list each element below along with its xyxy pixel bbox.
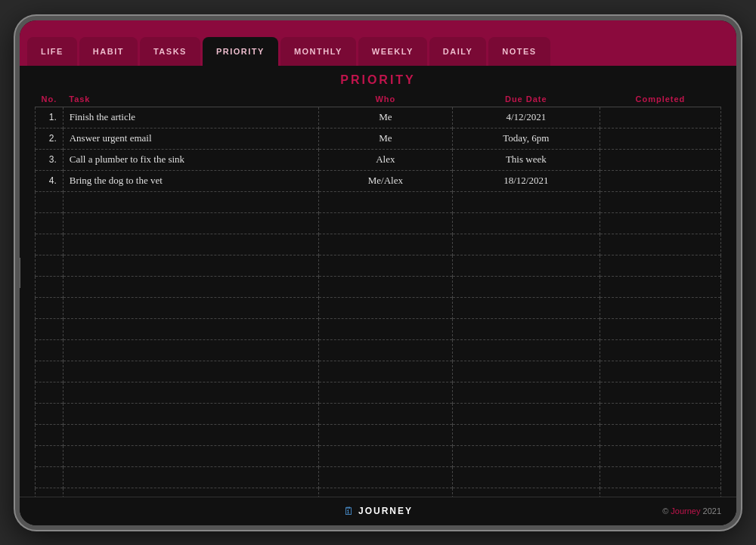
table-row	[36, 212, 721, 234]
cell-due-date: This week	[452, 149, 600, 170]
cell-no	[36, 234, 64, 255]
cell-due-date	[452, 339, 600, 361]
cell-who	[318, 276, 452, 297]
table-row: 2.Answer urgent emailMeToday, 6pm	[36, 128, 721, 149]
cell-who: Me	[318, 107, 452, 128]
cell-no	[36, 297, 64, 318]
cell-due-date	[452, 191, 600, 212]
cell-due-date	[452, 255, 600, 276]
tab-priority[interactable]: PRIORITY	[203, 37, 278, 66]
cell-no	[36, 255, 64, 276]
table-row	[36, 234, 721, 255]
tab-daily[interactable]: DAILY	[429, 37, 487, 66]
cell-completed	[600, 361, 720, 382]
cell-who: Me	[318, 128, 452, 149]
header-due-date: Due Date	[452, 91, 600, 107]
cell-completed	[600, 403, 720, 424]
cell-due-date	[452, 276, 600, 297]
cell-no	[36, 488, 64, 497]
footer-brand: 🗓 JOURNEY	[343, 505, 413, 517]
cell-completed	[600, 382, 720, 403]
cell-task	[63, 466, 318, 488]
table-row	[36, 382, 721, 403]
cell-task: Finish the article	[63, 107, 318, 128]
cell-who	[318, 212, 452, 234]
cell-completed	[600, 445, 720, 466]
cell-due-date: Today, 6pm	[452, 128, 600, 149]
journey-icon: 🗓	[343, 505, 354, 517]
cell-who: Me/Alex	[318, 170, 452, 191]
header-completed: Completed	[600, 91, 720, 107]
header-who: Who	[318, 91, 452, 107]
cell-completed	[600, 212, 720, 234]
table-row	[36, 339, 721, 361]
cell-who	[318, 382, 452, 403]
cell-due-date	[452, 424, 600, 445]
cell-who	[318, 466, 452, 488]
cell-completed	[600, 234, 720, 255]
cell-who	[318, 403, 452, 424]
cell-who	[318, 488, 452, 497]
cell-who	[318, 339, 452, 361]
cell-due-date	[452, 318, 600, 339]
cell-task	[63, 445, 318, 466]
table-header-row: No. Task Who Due Date Completed	[36, 91, 721, 107]
table-row	[36, 445, 721, 466]
cell-due-date	[452, 212, 600, 234]
table-row	[36, 318, 721, 339]
table-row	[36, 191, 721, 212]
priority-table: No. Task Who Due Date Completed 1.Finish…	[35, 91, 721, 497]
table-row	[36, 424, 721, 445]
cell-who: Alex	[318, 149, 452, 170]
cell-task: Bring the dog to the vet	[63, 170, 318, 191]
cell-task	[63, 424, 318, 445]
table-row: 1.Finish the articleMe4/12/2021	[36, 107, 721, 128]
journey-link[interactable]: Journey	[671, 506, 700, 516]
cell-due-date	[452, 488, 600, 497]
tab-monthly[interactable]: MONTHLY	[280, 37, 356, 66]
cell-no	[36, 361, 64, 382]
cell-completed	[600, 488, 720, 497]
cell-completed	[600, 170, 720, 191]
tab-weekly[interactable]: WEEKLY	[358, 37, 427, 66]
cell-no	[36, 424, 64, 445]
table-container: No. Task Who Due Date Completed 1.Finish…	[20, 91, 736, 497]
tab-tasks[interactable]: TASKS	[140, 37, 200, 66]
cell-who	[318, 424, 452, 445]
tablet-frame: LIFE HABIT TASKS PRIORITY MONTHLY WEEKLY…	[15, 16, 741, 530]
tab-habit[interactable]: HABIT	[79, 37, 138, 66]
cell-who	[318, 255, 452, 276]
cell-due-date	[452, 361, 600, 382]
cell-completed	[600, 191, 720, 212]
cell-due-date	[452, 234, 600, 255]
cell-completed	[600, 339, 720, 361]
table-row	[36, 361, 721, 382]
cell-completed	[600, 107, 720, 128]
cell-task	[63, 339, 318, 361]
cell-no	[36, 466, 64, 488]
table-row	[36, 276, 721, 297]
cell-no: 2.	[36, 128, 64, 149]
page-title: PRIORITY	[20, 66, 736, 91]
cell-no	[36, 445, 64, 466]
cell-completed	[600, 255, 720, 276]
cell-due-date	[452, 445, 600, 466]
cell-completed	[600, 424, 720, 445]
tab-life[interactable]: LIFE	[27, 37, 77, 66]
cell-who	[318, 191, 452, 212]
cell-task	[63, 361, 318, 382]
cell-completed	[600, 149, 720, 170]
main-content: PRIORITY No. Task Who Due Date Completed…	[20, 66, 736, 525]
table-row: 4.Bring the dog to the vetMe/Alex18/12/2…	[36, 170, 721, 191]
tabs-bar: LIFE HABIT TASKS PRIORITY MONTHLY WEEKLY…	[20, 20, 736, 66]
tab-notes[interactable]: NOTES	[488, 37, 550, 66]
cell-no: 3.	[36, 149, 64, 170]
cell-who	[318, 445, 452, 466]
table-row	[36, 297, 721, 318]
table-row: 3.Call a plumber to fix the sinkAlexThis…	[36, 149, 721, 170]
cell-task: Answer urgent email	[63, 128, 318, 149]
cell-no: 4.	[36, 170, 64, 191]
cell-due-date	[452, 382, 600, 403]
cell-who	[318, 234, 452, 255]
cell-due-date	[452, 403, 600, 424]
